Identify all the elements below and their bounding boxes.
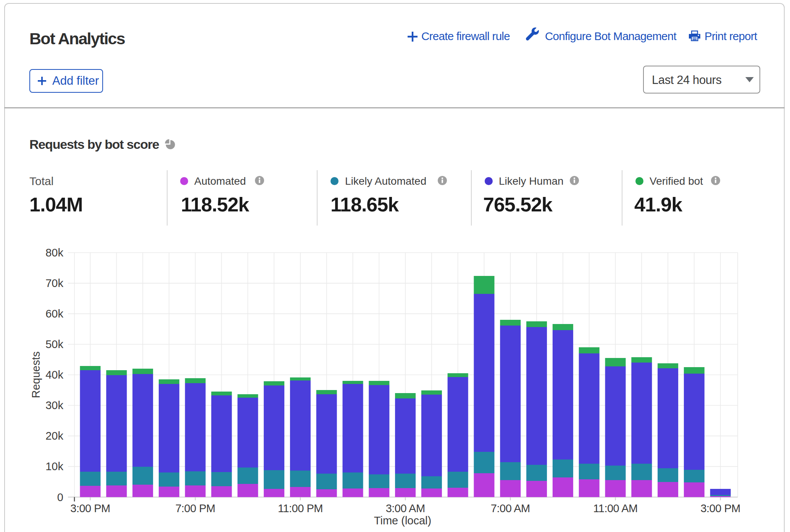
svg-text:3:00 PM: 3:00 PM bbox=[700, 502, 740, 514]
svg-text:30k: 30k bbox=[45, 399, 63, 411]
svg-text:70k: 70k bbox=[45, 277, 63, 289]
svg-text:Requests: Requests bbox=[30, 351, 42, 398]
svg-text:40k: 40k bbox=[45, 369, 63, 381]
svg-text:80k: 80k bbox=[45, 247, 63, 259]
svg-text:11:00 PM: 11:00 PM bbox=[278, 502, 323, 514]
svg-text:10k: 10k bbox=[45, 460, 63, 472]
svg-text:20k: 20k bbox=[45, 430, 63, 442]
svg-text:7:00 AM: 7:00 AM bbox=[491, 502, 530, 514]
svg-text:50k: 50k bbox=[45, 338, 63, 350]
svg-text:11:00 AM: 11:00 AM bbox=[593, 502, 637, 514]
svg-text:3:00 PM: 3:00 PM bbox=[70, 502, 110, 514]
svg-text:Time (local): Time (local) bbox=[374, 514, 431, 527]
svg-text:7:00 PM: 7:00 PM bbox=[175, 502, 215, 514]
svg-text:0: 0 bbox=[57, 491, 63, 503]
svg-text:60k: 60k bbox=[45, 308, 63, 320]
svg-text:3:00 AM: 3:00 AM bbox=[386, 502, 425, 514]
